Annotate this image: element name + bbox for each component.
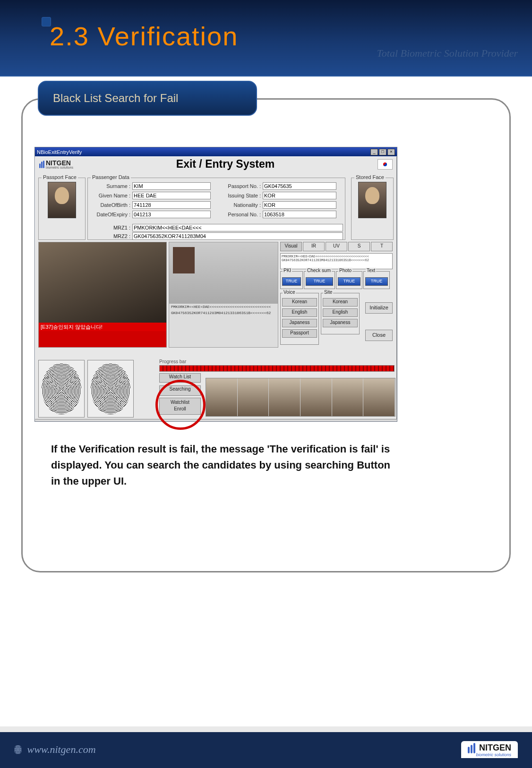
app-title: Exit / Entry System bbox=[78, 158, 373, 171]
voice-korean-button[interactable]: Korean bbox=[282, 298, 317, 307]
given-label: Given Name : bbox=[90, 193, 132, 198]
slide-header: 2.3 Verification Total Biometric Solutio… bbox=[0, 0, 532, 77]
voice-group: Voice Korean English Japaness Passport bbox=[280, 293, 319, 345]
text-label: Text bbox=[366, 268, 376, 273]
surname-label: Surname : bbox=[90, 183, 132, 189]
voice-japanese-button[interactable]: Japaness bbox=[282, 319, 317, 327]
fingerprint-1 bbox=[38, 360, 85, 418]
window-titlebar[interactable]: NBioExitEntryVerify _ □ × bbox=[35, 147, 397, 156]
fingerprint-row bbox=[38, 360, 134, 418]
progress-label: Progress bar bbox=[159, 359, 395, 364]
surname-input[interactable] bbox=[132, 182, 211, 190]
candidate-photo-4[interactable] bbox=[300, 378, 332, 416]
slide-note: If the Verification result is fail, the … bbox=[51, 441, 391, 489]
footer-url: www.nitgen.com bbox=[14, 743, 96, 756]
close-button[interactable]: Close bbox=[365, 330, 393, 341]
passenger-data-legend: Passenger Data bbox=[91, 174, 131, 180]
site-legend: Site bbox=[323, 290, 333, 295]
passport-scan-pane: PMKORKIM<<HEE<DAE<<<<<<<<<<<<<<<<<<<<<<<… bbox=[169, 242, 278, 348]
stored-face-photo bbox=[358, 182, 386, 218]
error-band bbox=[39, 331, 166, 347]
progress-group: Progress bar bbox=[159, 359, 395, 372]
progress-bar bbox=[159, 365, 395, 372]
passport-face-photo bbox=[48, 182, 76, 218]
site-korean-button[interactable]: Korean bbox=[323, 298, 358, 307]
fingerprint-2 bbox=[87, 360, 134, 418]
given-input[interactable] bbox=[132, 192, 211, 199]
photo-value: TRUE bbox=[338, 277, 360, 286]
checksum-value: TRUE bbox=[306, 277, 333, 286]
mrz-preview: PMKORKIM<<HEE<DAE<<<<<<<<<<<<<<<<<<<<<<<… bbox=[280, 253, 393, 269]
candidate-photo-6[interactable] bbox=[363, 378, 395, 416]
inspection-pane: Visual IR UV S T PMKORKIM<<HEE<DAE<<<<<<… bbox=[280, 242, 393, 347]
pki-value: TRUE bbox=[282, 277, 301, 286]
photo-label: Photo bbox=[338, 268, 352, 273]
mrz1-label: MRZ1 : bbox=[90, 225, 132, 230]
site-group: Site Korean English Japaness bbox=[321, 293, 360, 334]
close-window-button[interactable]: × bbox=[387, 149, 395, 155]
initialize-button[interactable]: Initialize bbox=[365, 302, 393, 314]
site-japanese-button[interactable]: Japaness bbox=[323, 319, 358, 327]
voice-legend: Voice bbox=[283, 290, 296, 295]
tab-t[interactable]: T bbox=[371, 242, 393, 251]
footer-url-text: www.nitgen.com bbox=[27, 743, 96, 755]
korea-flag-icon bbox=[378, 159, 393, 170]
pki-group: PKI TRUE bbox=[280, 271, 303, 289]
photo-group: Photo TRUE bbox=[336, 271, 362, 289]
tagline: Total Biometric Solution Provider bbox=[377, 47, 518, 60]
stored-face-group: Stored Face bbox=[351, 178, 394, 240]
pno-input[interactable] bbox=[263, 211, 336, 218]
brand-logo: NITGEN biometric solutions bbox=[39, 159, 73, 169]
camera-pane: [E37]승인되지 않았습니다! bbox=[38, 242, 167, 348]
mrz2-label: MRZ2 : bbox=[90, 233, 132, 239]
pki-label: PKI bbox=[283, 268, 292, 273]
brand-sub: biometric solutions bbox=[46, 166, 73, 169]
passport-face-legend: Passport Face bbox=[42, 174, 78, 180]
candidate-strip bbox=[206, 378, 395, 417]
dob-input[interactable] bbox=[132, 201, 211, 209]
ppno-label: Passport No. : bbox=[220, 183, 263, 189]
content-card: Black List Search for Fail NBioExitEntry… bbox=[21, 98, 511, 572]
tab-s[interactable]: S bbox=[348, 242, 370, 251]
pno-label: Personal No. : bbox=[220, 212, 263, 217]
mrz2-input[interactable] bbox=[132, 232, 343, 240]
nat-input[interactable] bbox=[263, 201, 336, 209]
live-camera-image bbox=[39, 242, 166, 323]
candidate-photo-5[interactable] bbox=[332, 378, 364, 416]
mrz1-input[interactable] bbox=[132, 224, 343, 231]
site-english-button[interactable]: English bbox=[323, 308, 358, 317]
candidate-photo-2[interactable] bbox=[238, 378, 269, 416]
tab-uv[interactable]: UV bbox=[326, 242, 347, 251]
slide-footer: www.nitgen.com NITGEN biometric solution… bbox=[0, 726, 532, 768]
scan-photo bbox=[173, 247, 195, 273]
checksum-label: Check sum bbox=[306, 268, 332, 273]
window-title: NBioExitEntryVerify bbox=[37, 149, 82, 155]
error-message: [E37]승인되지 않았습니다! bbox=[39, 323, 166, 331]
doe-input[interactable] bbox=[132, 211, 211, 218]
voice-passport-button[interactable]: Passport bbox=[282, 329, 317, 338]
candidate-photo-1[interactable] bbox=[206, 378, 238, 416]
stored-face-legend: Stored Face bbox=[354, 174, 386, 180]
nat-label: Nationality : bbox=[220, 202, 263, 208]
passenger-data-group: Passenger Data Surname : Given Name : Da… bbox=[87, 178, 345, 240]
maximize-button[interactable]: □ bbox=[379, 149, 386, 155]
tab-ir[interactable]: IR bbox=[303, 242, 325, 251]
app-window: NBioExitEntryVerify _ □ × NITGEN biometr… bbox=[34, 147, 397, 422]
ppno-input[interactable] bbox=[263, 182, 336, 190]
dob-label: DateOfBirth : bbox=[90, 202, 132, 208]
scan-mrz-line2: GK04756352KOR7411283M0412133106351B<<<<<… bbox=[169, 310, 278, 316]
candidate-photo-3[interactable] bbox=[269, 378, 300, 416]
voice-english-button[interactable]: English bbox=[282, 308, 317, 317]
passport-scan-image bbox=[169, 242, 278, 304]
text-group: Text TRUE bbox=[363, 271, 390, 289]
subsection-tab: Black List Search for Fail bbox=[38, 81, 257, 116]
doe-label: DateOfExpiry : bbox=[90, 212, 132, 217]
state-input[interactable] bbox=[263, 192, 336, 199]
footer-brand: NITGEN bbox=[479, 743, 511, 752]
tab-visual[interactable]: Visual bbox=[280, 242, 302, 251]
footer-logo: NITGEN biometric solutions bbox=[461, 741, 518, 759]
slide-title: 2.3 Verification bbox=[50, 21, 238, 51]
text-value: TRUE bbox=[365, 277, 388, 286]
minimize-button[interactable]: _ bbox=[370, 149, 378, 155]
checksum-group: Check sum TRUE bbox=[304, 271, 335, 289]
